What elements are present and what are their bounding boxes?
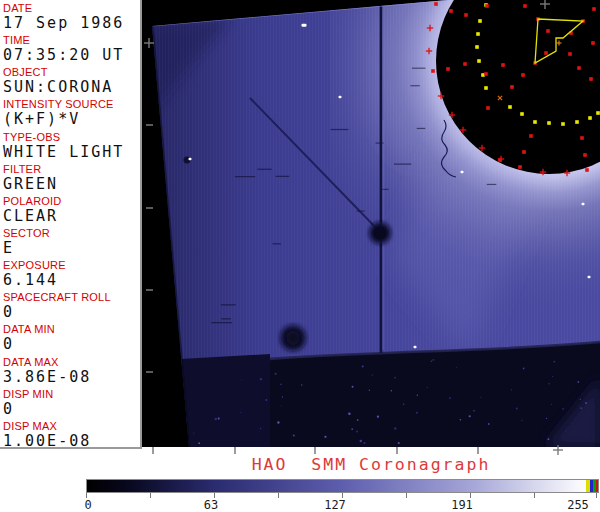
metadata-value: GREEN — [3, 175, 140, 194]
bright-speck — [461, 171, 464, 173]
metadata-field: DATA MIN0 — [0, 323, 140, 355]
red-square-marker — [463, 62, 467, 66]
colorbar-tick — [150, 493, 151, 498]
bright-speck — [339, 96, 342, 98]
metadata-label: OBJECT — [3, 66, 140, 78]
metadata-value: 07:35:20 UT — [3, 46, 140, 65]
instrument-title: HAO SMM Coronagraph — [142, 455, 600, 473]
metadata-label: DATE — [3, 2, 140, 14]
red-square-marker — [591, 41, 595, 45]
red-square-marker — [568, 52, 572, 56]
yellow-square-marker — [475, 45, 479, 49]
metadata-value: 1.00E-08 — [3, 432, 140, 451]
metadata-field: EXPOSURE6.144 — [0, 259, 140, 291]
metadata-label: DATA MIN — [3, 323, 140, 335]
metadata-value: 6.144 — [3, 271, 140, 290]
red-square-marker — [544, 51, 548, 55]
colorbar-tick-label: 0 — [84, 498, 91, 512]
metadata-value: SUN:CORONA — [3, 78, 140, 97]
colorbar-tick — [406, 493, 407, 498]
metadata-label: INTENSITY SOURCE — [3, 98, 140, 110]
red-square-marker — [434, 2, 438, 6]
metadata-field: DISP MIN0 — [0, 388, 140, 420]
colorbar-tick-label: 191 — [451, 498, 473, 512]
metadata-field: OBJECTSUN:CORONA — [0, 66, 140, 98]
red-square-marker — [580, 136, 584, 140]
red-square-marker — [577, 66, 581, 70]
metadata-value: 0 — [3, 400, 140, 419]
metadata-label: EXPOSURE — [3, 259, 140, 271]
metadata-field: POLAROIDCLEAR — [0, 195, 140, 227]
metadata-value: (K+F)*V — [3, 110, 140, 129]
red-square-marker — [446, 67, 450, 71]
red-square-marker — [523, 4, 527, 8]
red-square-marker — [484, 72, 488, 76]
metadata-label: POLAROID — [3, 195, 140, 207]
metadata-field: TYPE-OBSWHITE LIGHT — [0, 131, 140, 163]
red-square-marker — [486, 106, 490, 110]
red-square-marker — [485, 4, 489, 8]
bright-speck — [189, 158, 192, 160]
red-square-marker — [431, 69, 435, 73]
yellow-square-marker — [508, 105, 512, 109]
yellow-square-marker — [520, 112, 524, 116]
yellow-square-marker — [588, 116, 592, 120]
red-square-marker — [464, 13, 468, 17]
yellow-square-marker — [484, 86, 488, 90]
yellow-square-marker — [533, 120, 537, 124]
metadata-label: DISP MAX — [3, 420, 140, 432]
bright-speck — [582, 203, 585, 205]
colorbar-tick-label: 255 — [567, 498, 589, 512]
metadata-field: DATA MAX3.86E-08 — [0, 356, 140, 388]
metadata-field: SECTORE — [0, 227, 140, 259]
metadata-value: 17 Sep 1986 — [3, 14, 140, 33]
metadata-label: SECTOR — [3, 227, 140, 239]
red-square-marker — [589, 77, 593, 81]
yellow-square-marker — [476, 32, 480, 36]
yellow-square-marker — [547, 121, 551, 125]
colorbar-tick — [278, 493, 279, 498]
yellow-square-marker — [477, 59, 481, 63]
metadata-label: DISP MIN — [3, 388, 140, 400]
metadata-field: SPACECRAFT ROLL0 — [0, 291, 140, 323]
yellow-square-marker — [561, 122, 565, 126]
metadata-label: DATA MAX — [3, 356, 140, 368]
red-square-marker — [449, 9, 453, 13]
red-square-marker — [592, 7, 596, 11]
bright-speck — [588, 276, 591, 278]
red-square-marker — [529, 134, 533, 138]
red-square-marker — [583, 153, 587, 157]
metadata-field: TIME07:35:20 UT — [0, 34, 140, 66]
metadata-label: TIME — [3, 34, 140, 46]
metadata-label: SPACECRAFT ROLL — [3, 291, 140, 303]
red-square-marker — [585, 168, 589, 172]
yellow-square-marker — [596, 111, 600, 115]
metadata-value: WHITE LIGHT — [3, 143, 140, 162]
colorbar-tick-label: 63 — [204, 498, 218, 512]
metadata-field: FILTERGREEN — [0, 163, 140, 195]
yellow-square-marker — [478, 19, 482, 23]
red-square-marker — [510, 85, 514, 89]
metadata-value: 3.86E-08 — [3, 368, 140, 387]
metadata-value: 0 — [3, 335, 140, 354]
red-square-marker — [501, 63, 505, 67]
red-square-marker — [522, 150, 526, 154]
metadata-label: FILTER — [3, 163, 140, 175]
metadata-field: INTENSITY SOURCE(K+F)*V — [0, 98, 140, 130]
colorbar-tick-label: 127 — [324, 498, 346, 512]
metadata-value: 0 — [3, 303, 140, 322]
metadata-label: TYPE-OBS — [3, 131, 140, 143]
bright-speck — [302, 24, 307, 27]
occulter-pylon-shadow — [380, 3, 383, 353]
intensity-colorbar — [86, 479, 599, 493]
yellow-square-marker — [575, 120, 579, 124]
colorbar-tick — [596, 493, 597, 498]
metadata-field: DISP MAX1.00E-08 — [0, 420, 140, 452]
red-square-marker — [518, 165, 522, 169]
metadata-sidebar: DATE17 Sep 1986TIME07:35:20 UTOBJECTSUN:… — [0, 0, 142, 449]
metadata-field: DATE17 Sep 1986 — [0, 2, 140, 34]
bright-speck — [414, 346, 417, 348]
red-square-marker — [546, 29, 550, 33]
red-square-marker — [521, 73, 525, 77]
metadata-value: E — [3, 239, 140, 258]
